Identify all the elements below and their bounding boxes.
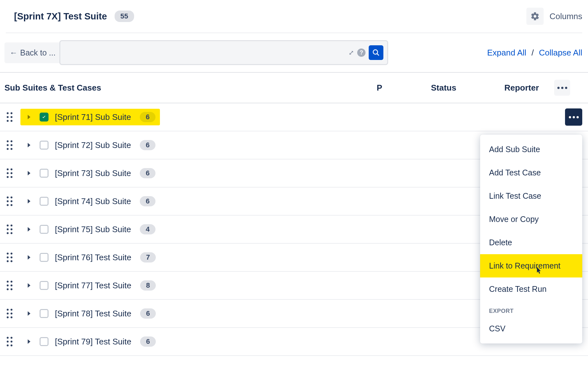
col-header-p: P	[377, 83, 431, 93]
menu-item[interactable]: Link Test Case	[480, 184, 582, 208]
row-count-badge: 6	[140, 168, 155, 178]
drag-handle[interactable]	[4, 112, 15, 122]
col-header-status: Status	[431, 83, 504, 93]
table-header: Sub Suites & Test Cases P Status Reporte…	[0, 72, 588, 103]
col-header-reporter: Reporter	[504, 83, 549, 93]
menu-item[interactable]: Add Test Case	[480, 161, 582, 184]
toolbar: ← Back to ... ⤢ ? Expand All / Collapse …	[0, 33, 588, 72]
search-input[interactable]	[67, 41, 345, 64]
chevron-right-icon[interactable]	[25, 141, 33, 149]
row-count-badge: 6	[140, 140, 155, 150]
row-checkbox[interactable]	[40, 113, 49, 122]
table-header-more-button[interactable]	[554, 80, 570, 96]
row-name: [Sprint 75] Sub Suite	[55, 225, 131, 234]
drag-handle[interactable]	[4, 168, 15, 178]
arrow-left-icon: ←	[10, 48, 18, 57]
row-count-badge: 6	[140, 196, 155, 206]
row-checkbox[interactable]	[40, 337, 49, 346]
expand-input-icon[interactable]: ⤢	[349, 49, 354, 56]
back-button[interactable]: ← Back to ...	[4, 42, 61, 63]
row-count-badge: 6	[140, 112, 155, 122]
columns-link[interactable]: Columns	[549, 11, 582, 21]
row-name: [Sprint 76] Test Suite	[55, 253, 131, 262]
row-actions-menu: Add Sub SuiteAdd Test CaseLink Test Case…	[480, 135, 582, 343]
row-content[interactable]: [Sprint 72] Sub Suite6	[20, 137, 160, 153]
more-icon	[569, 116, 579, 118]
drag-handle[interactable]	[4, 140, 15, 150]
row-content[interactable]: [Sprint 74] Sub Suite6	[20, 193, 160, 210]
expand-all-link[interactable]: Expand All	[487, 48, 526, 58]
menu-item[interactable]: Add Sub Suite	[480, 138, 582, 161]
row-checkbox[interactable]	[40, 281, 49, 290]
drag-handle[interactable]	[4, 281, 15, 290]
more-icon	[557, 87, 567, 89]
header-left: [Sprint 7X] Test Suite 55	[14, 11, 134, 22]
row-name: [Sprint 77] Test Suite	[55, 281, 131, 291]
gear-icon	[530, 11, 540, 21]
settings-button[interactable]	[526, 8, 544, 25]
row-name: [Sprint 73] Sub Suite	[55, 168, 131, 178]
menu-item[interactable]: Move or Copy	[480, 208, 582, 231]
row-name: [Sprint 72] Sub Suite	[55, 140, 131, 150]
row-content[interactable]: [Sprint 71] Sub Suite6	[20, 109, 160, 125]
row-name: [Sprint 74] Sub Suite	[55, 196, 131, 206]
row-content[interactable]: [Sprint 73] Sub Suite6	[20, 165, 160, 181]
header-right: Columns	[526, 8, 582, 25]
drag-handle[interactable]	[4, 253, 15, 262]
menu-item[interactable]: Link to Requirement	[480, 254, 582, 277]
chevron-right-icon[interactable]	[25, 337, 33, 346]
row-content[interactable]: [Sprint 78] Test Suite6	[20, 305, 160, 322]
back-button-label: Back to ...	[20, 48, 56, 57]
col-header-main: Sub Suites & Test Cases	[4, 83, 377, 93]
row-content[interactable]: [Sprint 77] Test Suite8	[20, 277, 160, 294]
row-count-badge: 8	[140, 280, 155, 291]
row-checkbox[interactable]	[40, 141, 49, 150]
row-count-badge: 4	[140, 224, 155, 234]
row-more-button[interactable]	[565, 108, 582, 126]
row-name: [Sprint 71] Sub Suite	[55, 112, 131, 122]
row-checkbox[interactable]	[40, 197, 49, 206]
row-checkbox[interactable]	[40, 225, 49, 234]
row-count-badge: 7	[140, 252, 155, 262]
row-content[interactable]: [Sprint 76] Test Suite7	[20, 249, 160, 266]
menu-item[interactable]: Create Test Run	[480, 277, 582, 301]
menu-item[interactable]: CSV	[480, 317, 582, 340]
chevron-right-icon[interactable]	[25, 225, 33, 233]
toolbar-right: Expand All / Collapse All	[487, 48, 582, 58]
search-icon	[372, 49, 380, 56]
menu-section-header: EXPORT	[480, 301, 582, 317]
row-count-badge: 6	[140, 336, 155, 347]
table-row: [Sprint 71] Sub Suite6	[0, 103, 588, 131]
chevron-right-icon[interactable]	[25, 197, 33, 205]
menu-item[interactable]: Delete	[480, 231, 582, 254]
row-name: [Sprint 79] Test Suite	[55, 337, 131, 347]
chevron-right-icon[interactable]	[25, 169, 33, 177]
collapse-all-link[interactable]: Collapse All	[539, 48, 582, 58]
svg-point-0	[373, 50, 378, 54]
drag-handle[interactable]	[4, 337, 15, 346]
chevron-right-icon[interactable]	[25, 281, 33, 290]
chevron-right-icon[interactable]	[25, 113, 33, 121]
row-checkbox[interactable]	[40, 253, 49, 262]
chevron-right-icon[interactable]	[25, 253, 33, 262]
search-button[interactable]	[369, 45, 383, 60]
chevron-right-icon[interactable]	[25, 309, 33, 318]
drag-handle[interactable]	[4, 309, 15, 318]
row-count-badge: 6	[140, 308, 155, 319]
row-checkbox[interactable]	[40, 309, 49, 318]
search-container: ⤢ ?	[59, 40, 388, 65]
page-header: [Sprint 7X] Test Suite 55 Columns	[0, 0, 588, 33]
page-title: [Sprint 7X] Test Suite	[14, 11, 107, 22]
cursor-icon	[534, 266, 543, 277]
title-count-badge: 55	[115, 11, 134, 22]
row-content[interactable]: [Sprint 75] Sub Suite4	[20, 221, 160, 238]
svg-line-1	[377, 54, 379, 55]
help-icon[interactable]: ?	[357, 48, 366, 57]
separator: /	[531, 48, 534, 58]
drag-handle[interactable]	[4, 225, 15, 234]
toolbar-left: ← Back to ... ⤢ ?	[4, 40, 481, 65]
row-name: [Sprint 78] Test Suite	[55, 309, 131, 319]
row-checkbox[interactable]	[40, 169, 49, 178]
drag-handle[interactable]	[4, 196, 15, 206]
row-content[interactable]: [Sprint 79] Test Suite6	[20, 333, 160, 350]
